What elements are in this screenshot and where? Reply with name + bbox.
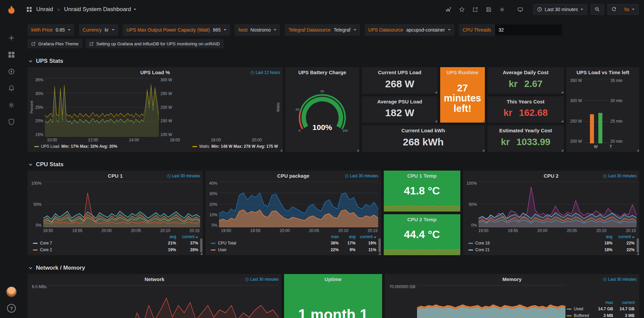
legend-row[interactable]: Used 14.7 GB 14.7 GB [567, 306, 635, 312]
cpu-package-chart[interactable] [219, 181, 378, 227]
legend-scrollbar[interactable] [637, 238, 639, 253]
zoom-out-button[interactable] [591, 4, 604, 15]
panel-resize-handle[interactable] [458, 209, 460, 211]
row-header-ups-stats[interactable]: UPS Stats [28, 58, 639, 64]
cpu1-temp-sparkline [384, 201, 460, 212]
panel-resize-handle[interactable] [435, 120, 437, 122]
dashboard-link[interactable]: Grafana Plex Theme [28, 39, 82, 48]
panel-resize-handle[interactable] [561, 149, 563, 151]
legend-header-max[interactable]: max [322, 234, 339, 239]
dashboard-title-dropdown[interactable]: Unraid System Dashboard [64, 6, 136, 13]
clock-icon [250, 71, 254, 75]
y-tick: 30% [35, 92, 43, 96]
panel-title[interactable]: Network [28, 274, 281, 283]
panel-resize-handle[interactable] [637, 253, 639, 255]
legend-scrollbar[interactable] [200, 238, 202, 253]
cycle-view-button[interactable] [515, 4, 525, 14]
variable-chip[interactable]: kWh Price 0.65 [28, 24, 74, 36]
cpu2-chart[interactable] [478, 181, 637, 227]
variable-chip[interactable]: UPS Datasource apcupsd-container [365, 24, 454, 36]
panel-title[interactable]: Memory [385, 274, 639, 283]
panel-title[interactable]: Average Daily Cost [488, 67, 564, 76]
ups-bars-chart[interactable] [584, 79, 609, 143]
panel-title[interactable]: UPS Battery Charge [285, 67, 359, 76]
legend-row[interactable]: Core 7 21% 37% [33, 240, 198, 246]
configuration-icon[interactable] [8, 101, 15, 109]
legend-series[interactable]: UPS Load Min: 17% Max: 32% Avg: 20% [34, 144, 117, 149]
legend-header-current[interactable]: current [176, 234, 198, 239]
time-range-picker[interactable]: Last 30 minutes [533, 4, 587, 15]
explore-icon[interactable] [8, 68, 15, 75]
panel-title[interactable]: Estimated Yearly Cost [488, 125, 564, 134]
battery-gauge[interactable]: 02050100100% [285, 87, 359, 141]
variable-chip[interactable]: host Nostromo [235, 24, 280, 36]
dashboard-settings-button[interactable] [497, 4, 507, 14]
panel-title[interactable]: UPS Runtime [440, 67, 485, 76]
panel-title[interactable]: This Years Cost [488, 96, 564, 105]
breadcrumb-app[interactable]: Unraid [36, 6, 53, 13]
add-panel-button[interactable] [443, 4, 453, 14]
user-avatar[interactable] [6, 286, 17, 297]
legend-header-current[interactable]: current [356, 234, 376, 239]
panel-resize-handle[interactable] [435, 91, 437, 93]
legend-header-avg[interactable]: avg [339, 234, 356, 239]
panel-title[interactable]: Uptime [284, 274, 382, 283]
alerting-icon[interactable] [8, 85, 15, 92]
panel-title[interactable]: Current UPS Load [362, 67, 438, 76]
row-header-network-memory[interactable]: Network / Memory [28, 265, 639, 271]
panel-resize-handle[interactable] [458, 253, 460, 255]
legend-row[interactable]: CPU Total 38% 17% 19% [211, 240, 376, 246]
row-header-cpu-stats[interactable]: CPU Stats [28, 161, 639, 168]
panel-resize-handle[interactable] [200, 253, 202, 255]
legend-header-avg[interactable]: avg [157, 234, 176, 239]
refresh-interval-picker[interactable]: 5s [620, 4, 639, 15]
panel-resize-handle[interactable] [482, 120, 485, 122]
legend-scrollbar[interactable] [378, 238, 381, 253]
grafana-logo[interactable] [0, 0, 23, 19]
create-icon[interactable] [8, 34, 15, 42]
cpu1-chart[interactable] [43, 181, 200, 227]
panel-resize-handle[interactable] [378, 253, 381, 255]
refresh-button[interactable] [607, 4, 620, 15]
dashboard-link[interactable]: Setting up Grafana and InfluxDB for UPS … [86, 39, 224, 48]
legend-row[interactable]: Core 21 18% 22% [468, 246, 635, 253]
legend-row[interactable]: User 22% 9% 11% [211, 246, 376, 253]
legend-series[interactable]: Watts Min: 148 W Max: 278 W Avg: 175 W [192, 144, 278, 149]
admin-shield-icon[interactable] [8, 118, 15, 126]
variable-chip[interactable]: Currency kr [79, 24, 118, 36]
star-button[interactable] [457, 4, 467, 14]
panel-resize-handle[interactable] [561, 120, 563, 122]
legend-header-current[interactable]: current [613, 300, 635, 305]
apps-icon[interactable] [26, 6, 32, 12]
ups-load-chart[interactable] [45, 78, 159, 137]
panel-resize-handle[interactable] [637, 149, 639, 151]
save-button[interactable] [484, 4, 494, 14]
help-icon[interactable]: ? [7, 304, 16, 313]
panel-title[interactable]: CPU 2 Temp [384, 214, 460, 223]
panel-resize-handle[interactable] [482, 149, 485, 151]
cpu-threads-input[interactable] [495, 24, 562, 36]
legend-row[interactable]: Core 18 18% 22% [468, 240, 635, 246]
network-chart[interactable] [48, 285, 279, 318]
chevron-down-icon [68, 29, 71, 31]
panel-title[interactable]: UPS Load vs Time left [566, 67, 639, 76]
memory-chart[interactable] [417, 285, 565, 318]
panel-title[interactable]: UPS Load % [28, 67, 283, 76]
legend-row[interactable]: Buffered 3 MB 3 MB [567, 312, 635, 318]
dashboards-icon[interactable] [8, 51, 15, 58]
variable-chip[interactable]: Telegraf Datasource Telegraf [285, 24, 360, 36]
legend-header-max[interactable]: max [592, 300, 613, 305]
share-button[interactable] [470, 4, 480, 14]
panel-title[interactable]: CPU 1 Temp [384, 171, 460, 179]
panel-resize-handle[interactable] [280, 149, 282, 151]
x-tick: 20:10 [160, 228, 170, 233]
legend-header-avg[interactable]: avg [594, 234, 612, 239]
legend-row[interactable]: Core 2 19% 28% [33, 246, 198, 253]
panel-resize-handle[interactable] [357, 149, 359, 151]
panel-title[interactable]: Average PSU Load [362, 96, 438, 105]
panel-resize-handle[interactable] [561, 91, 563, 93]
legend-header-current[interactable]: current [612, 234, 635, 239]
time-range-label: Last 30 minutes [545, 7, 578, 12]
panel-title[interactable]: Current Load kWh [362, 125, 485, 134]
variable-chip[interactable]: UPS Max Output Power Capacity (Watt) 865 [123, 24, 230, 36]
